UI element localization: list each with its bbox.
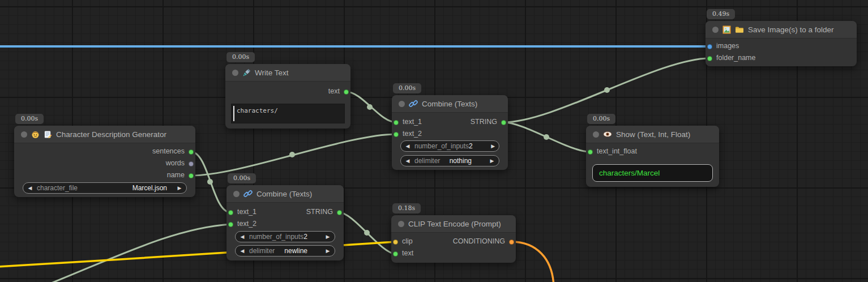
link-icon bbox=[409, 99, 418, 108]
widget-value: 2 bbox=[469, 142, 486, 150]
node-header[interactable]: Write Text bbox=[225, 64, 350, 82]
widget-delimiter[interactable]: ◀ delimiter newline ▶ bbox=[235, 245, 335, 257]
widget-label: number_of_inputs bbox=[249, 233, 303, 241]
node-combine-texts-bottom[interactable]: 0.00s Combine (Texts) text_1 STRING text… bbox=[226, 185, 344, 260]
widget-label: number_of_inputs bbox=[414, 142, 469, 150]
node-header[interactable]: Show (Text, Int, Float) bbox=[586, 126, 719, 143]
node-header[interactable]: Character Description Generator bbox=[14, 126, 195, 143]
output-port-string[interactable] bbox=[501, 120, 506, 125]
arrow-right-icon[interactable]: ▶ bbox=[486, 143, 500, 149]
input-port-images[interactable] bbox=[707, 44, 712, 49]
output-port-string[interactable] bbox=[337, 210, 342, 215]
input-port-folder-name[interactable] bbox=[707, 56, 712, 61]
output-row-text: text bbox=[225, 87, 350, 97]
output-port-words[interactable] bbox=[189, 161, 194, 166]
wire-conditioning bbox=[511, 242, 554, 282]
collapse-dot[interactable] bbox=[21, 131, 27, 138]
widget-label: delimiter bbox=[414, 157, 440, 165]
node-combine-texts-top[interactable]: 0.00s Combine (Texts) text_1 STRING text… bbox=[392, 95, 508, 170]
input-port-text-int-float[interactable] bbox=[588, 149, 593, 155]
wire-midpoint-dot bbox=[364, 230, 370, 236]
widget-delimiter[interactable]: ◀ delimiter nothing ▶ bbox=[400, 155, 499, 166]
node-header[interactable]: Combine (Texts) bbox=[226, 185, 344, 203]
person-face-icon bbox=[31, 130, 40, 139]
collapse-dot[interactable] bbox=[593, 131, 599, 138]
node-title: CLIP Text Encode (Prompt) bbox=[408, 220, 501, 228]
node-graph-canvas[interactable]: 0.00s Character Description Generator se… bbox=[0, 0, 868, 282]
node-title: Write Text bbox=[255, 69, 289, 77]
arrow-left-icon[interactable]: ◀ bbox=[401, 158, 414, 164]
link-icon bbox=[243, 189, 253, 198]
node-header[interactable]: Save Image(s) to a folder bbox=[705, 21, 857, 39]
arrow-left-icon[interactable]: ◀ bbox=[401, 143, 414, 149]
arrow-left-icon[interactable]: ◀ bbox=[236, 248, 249, 254]
text-input-area[interactable]: characters/ bbox=[231, 104, 345, 123]
wire-midpoint-dot bbox=[604, 87, 610, 93]
input-row-images: images bbox=[705, 41, 857, 52]
node-header[interactable]: CLIP Text Encode (Prompt) bbox=[391, 215, 516, 233]
arrow-right-icon[interactable]: ▶ bbox=[173, 185, 186, 191]
widget-value: newline bbox=[284, 247, 321, 255]
execution-time-badge: 0.49s bbox=[707, 9, 735, 19]
widget-label: character_file bbox=[37, 184, 78, 192]
output-port-conditioning[interactable] bbox=[509, 240, 514, 245]
framed-picture-icon bbox=[722, 25, 731, 34]
collapse-dot[interactable] bbox=[712, 27, 719, 33]
execution-time-badge: 0.00s bbox=[15, 114, 44, 124]
node-write-text[interactable]: 0.00s Write Text text characters/ bbox=[225, 64, 350, 129]
input-port-text2[interactable] bbox=[228, 222, 233, 227]
output-row-sentences: sentences bbox=[14, 147, 195, 157]
input-port-text[interactable] bbox=[393, 251, 398, 257]
collapse-dot[interactable] bbox=[399, 101, 405, 107]
wire-midpoint-dot bbox=[544, 134, 549, 140]
eye-icon bbox=[603, 130, 612, 139]
output-port-sentences[interactable] bbox=[189, 149, 194, 155]
arrow-right-icon[interactable]: ▶ bbox=[485, 158, 499, 164]
widget-number-of-inputs[interactable]: ◀ number_of_inputs 2 ▶ bbox=[235, 231, 335, 242]
output-port-text[interactable] bbox=[344, 89, 349, 95]
input-row-text2: text_2 bbox=[226, 219, 344, 229]
execution-time-badge: 0.18s bbox=[392, 203, 421, 213]
input-row-folder-name: folder_name bbox=[705, 53, 857, 63]
collapse-dot[interactable] bbox=[398, 221, 404, 227]
output-row-string: STRING bbox=[392, 117, 508, 127]
node-clip-text-encode[interactable]: 0.18s CLIP Text Encode (Prompt) clip CON… bbox=[391, 215, 516, 263]
widget-number-of-inputs[interactable]: ◀ number_of_inputs 2 ▶ bbox=[400, 140, 499, 152]
widget-value: nothing bbox=[450, 157, 485, 165]
output-port-name[interactable] bbox=[189, 173, 194, 178]
output-row-conditioning: CONDITIONING bbox=[391, 237, 516, 247]
widget-character-file[interactable]: ◀ character_file Marcel.json ▶ bbox=[23, 182, 187, 194]
output-row-string: STRING bbox=[226, 207, 344, 217]
input-row-text: text bbox=[391, 249, 516, 259]
node-show-text-int-float[interactable]: 0.00s Show (Text, Int, Float) text_int_f… bbox=[586, 126, 719, 187]
node-header[interactable]: Combine (Texts) bbox=[392, 95, 508, 113]
execution-time-badge: 0.00s bbox=[587, 114, 615, 124]
execution-time-badge: 0.00s bbox=[228, 173, 256, 183]
collapse-dot[interactable] bbox=[233, 191, 240, 197]
output-row-name: name bbox=[14, 170, 195, 181]
arrow-left-icon[interactable]: ◀ bbox=[23, 185, 37, 191]
wire-midpoint-dot bbox=[289, 152, 295, 157]
input-port-text2[interactable] bbox=[394, 132, 399, 137]
execution-time-badge: 0.00s bbox=[393, 83, 421, 93]
text-caret bbox=[233, 106, 234, 121]
collapse-dot[interactable] bbox=[232, 70, 238, 76]
textarea-value: characters/ bbox=[237, 107, 278, 114]
arrow-right-icon[interactable]: ▶ bbox=[321, 248, 335, 254]
widget-label: delimiter bbox=[249, 247, 275, 255]
arrow-right-icon[interactable]: ▶ bbox=[321, 234, 335, 240]
widget-value: Marcel.json bbox=[132, 184, 173, 192]
input-row-text-int-float: text_int_float bbox=[586, 147, 719, 157]
fountain-pen-icon bbox=[242, 69, 251, 77]
display-value-box[interactable]: characters/Marcel bbox=[592, 164, 713, 182]
node-character-description-generator[interactable]: 0.00s Character Description Generator se… bbox=[14, 126, 195, 197]
node-title: Save Image(s) to a folder bbox=[748, 25, 834, 34]
node-title: Combine (Texts) bbox=[422, 100, 477, 108]
node-title: Combine (Texts) bbox=[256, 190, 312, 198]
widget-value: 2 bbox=[303, 233, 321, 241]
input-row-text2: text_2 bbox=[392, 129, 508, 139]
arrow-left-icon[interactable]: ◀ bbox=[236, 234, 249, 240]
execution-time-badge: 0.00s bbox=[226, 52, 255, 62]
node-save-images-to-folder[interactable]: 0.49s Save Image(s) to a folder images f… bbox=[705, 21, 857, 66]
node-title: Character Description Generator bbox=[56, 130, 166, 139]
